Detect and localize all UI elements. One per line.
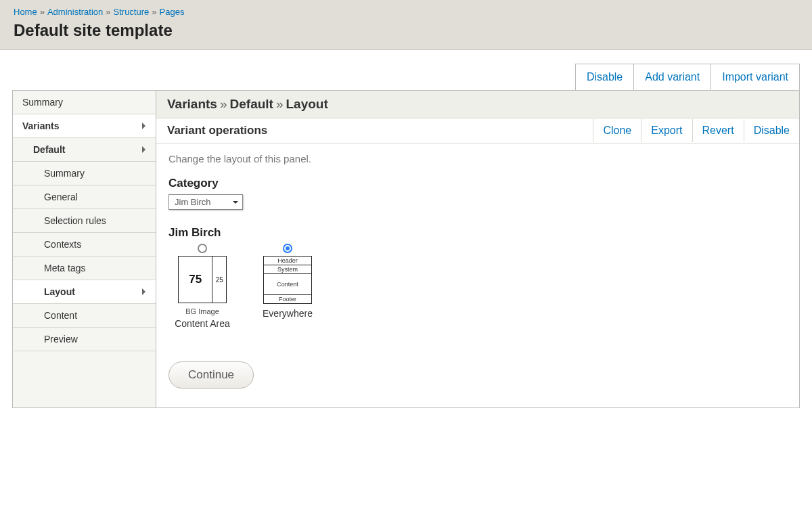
breadcrumb-link[interactable]: Pages xyxy=(160,7,185,17)
layout-group-label: Jim Birch xyxy=(168,226,787,240)
thumb-row: Footer xyxy=(264,295,311,303)
sidebar-item[interactable]: Variants xyxy=(13,114,156,138)
sidebar: SummaryVariantsDefaultSummaryGeneralSele… xyxy=(13,91,156,407)
path-sep: » xyxy=(220,97,227,111)
continue-button[interactable]: Continue xyxy=(168,361,254,389)
sidebar-item[interactable]: Layout xyxy=(13,280,156,304)
sidebar-item[interactable]: Contexts xyxy=(13,233,156,257)
sidebar-item[interactable]: General xyxy=(13,185,156,209)
variant-op-link[interactable]: Export xyxy=(641,119,692,142)
top-action-link[interactable]: Disable xyxy=(575,64,634,90)
sidebar-item[interactable]: Meta tags xyxy=(13,257,156,280)
top-action-link[interactable]: Add variant xyxy=(633,64,711,90)
description: Change the layout of this panel. xyxy=(168,153,787,164)
page-title: Default site template xyxy=(14,21,798,40)
content-path-segment: Layout xyxy=(286,97,328,111)
breadcrumb-link[interactable]: Administration xyxy=(47,7,103,17)
category-select-value: Jim Birch xyxy=(175,197,210,207)
layout-option-everywhere[interactable]: HeaderSystemContentFooterEverywhere xyxy=(254,244,321,329)
layout-thumbnail: HeaderSystemContentFooter xyxy=(263,256,312,304)
sidebar-item[interactable]: Summary xyxy=(13,162,156,185)
path-sep: » xyxy=(276,97,284,111)
content-path: Variants»Default»Layout xyxy=(156,91,799,118)
thumb-row: System xyxy=(264,265,311,274)
sidebar-item[interactable]: Content xyxy=(13,304,156,328)
breadcrumb-link[interactable]: Structure xyxy=(114,7,150,17)
variant-op-link[interactable]: Revert xyxy=(692,119,744,142)
radio-icon[interactable] xyxy=(198,244,207,253)
thumb-col: 25 xyxy=(212,257,226,303)
content-path-segment: Default xyxy=(230,97,273,111)
sidebar-item[interactable]: Preview xyxy=(13,328,156,351)
sidebar-item[interactable]: Summary xyxy=(13,91,156,114)
layout-caption-small: BG Image xyxy=(168,307,236,315)
content-path-segment: Variants xyxy=(167,97,217,111)
subbar-label: Variant operations xyxy=(156,118,278,143)
breadcrumb-sep: » xyxy=(152,7,156,17)
top-actions: DisableAdd variantImport variant xyxy=(12,64,800,91)
layout-caption: Content Area xyxy=(168,318,236,329)
thumb-row: Content xyxy=(264,274,311,295)
breadcrumb-sep: » xyxy=(40,7,45,17)
main-pane: Variants»Default»Layout Variant operatio… xyxy=(156,91,799,407)
breadcrumb: Home»Administration»Structure»Pages xyxy=(14,7,798,17)
thumb-col: 75 xyxy=(179,257,212,303)
category-select[interactable]: Jim Birch xyxy=(168,194,243,210)
layout-thumbnail: 7525 xyxy=(178,256,227,303)
layout-caption: Everywhere xyxy=(254,308,321,319)
top-action-link[interactable]: Import variant xyxy=(710,64,800,90)
thumb-row: Header xyxy=(264,257,311,265)
breadcrumb-link[interactable]: Home xyxy=(14,7,37,17)
sidebar-item[interactable]: Selection rules xyxy=(13,209,156,233)
sidebar-item[interactable]: Default xyxy=(13,138,156,162)
variant-op-link[interactable]: Clone xyxy=(593,119,641,142)
category-label: Category xyxy=(168,177,787,190)
variant-op-link[interactable]: Disable xyxy=(744,119,799,142)
breadcrumb-sep: » xyxy=(106,7,110,17)
layout-option-bg-image[interactable]: 7525BG ImageContent Area xyxy=(168,244,236,329)
subbar-ops: CloneExportRevertDisable xyxy=(593,119,799,142)
radio-icon[interactable] xyxy=(283,244,292,253)
